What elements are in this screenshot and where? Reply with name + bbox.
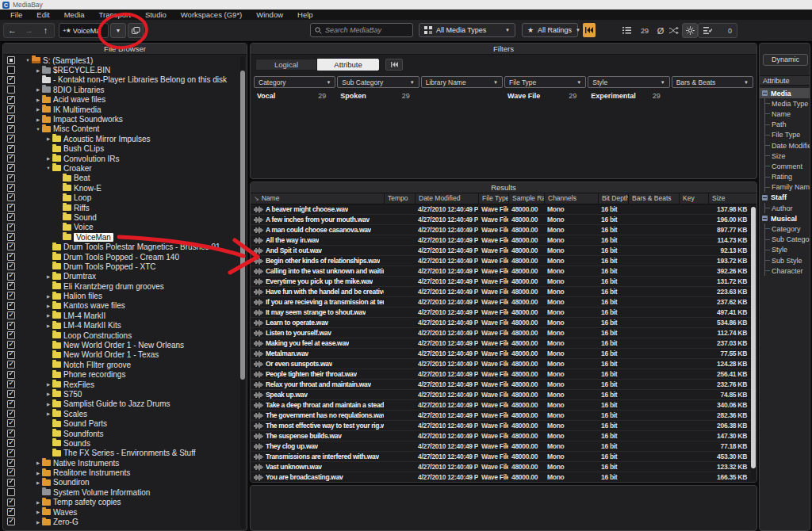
tree-collapsed-arrow[interactable]: ▶: [34, 117, 42, 122]
tree-collapsed-arrow[interactable]: ▶: [34, 107, 42, 112]
tree-checkbox[interactable]: [7, 331, 15, 339]
tree-checkbox[interactable]: [7, 105, 15, 113]
tree-item[interactable]: ▶Convolution IRs: [3, 154, 247, 163]
tree-checkbox[interactable]: [7, 439, 15, 447]
preset-dropdown-button[interactable]: ▼: [110, 23, 126, 38]
result-row[interactable]: Vast unknown.wav4/27/2010 12:40:49 PMWav…: [251, 462, 756, 472]
result-row[interactable]: Calling into the vast unknown and waitin…: [251, 266, 756, 277]
attribute-item[interactable]: Name: [760, 109, 810, 119]
settings-button[interactable]: [682, 23, 698, 38]
menu-item[interactable]: Studio: [138, 10, 174, 19]
attribute-item[interactable]: Sub Category: [760, 235, 810, 245]
tree-item[interactable]: The FX Series - Environments & Stuff: [3, 449, 247, 458]
tree-checkbox[interactable]: [7, 233, 15, 241]
result-row[interactable]: You are broadcasting.wav4/27/2010 12:40:…: [251, 472, 756, 482]
attribute-section[interactable]: Musical: [760, 213, 810, 223]
menu-item[interactable]: File: [3, 10, 29, 19]
tree-collapsed-arrow[interactable]: ▶: [34, 480, 42, 485]
filter-value[interactable]: Spoken29: [337, 91, 419, 100]
result-row[interactable]: The most effective way to test your rig.…: [251, 421, 756, 431]
browse-containers-button[interactable]: [128, 23, 144, 38]
tree-item[interactable]: ▶Zero-G: [3, 517, 247, 526]
filter-value[interactable]: Wave File29: [504, 91, 586, 100]
shuffle-icon[interactable]: [668, 23, 680, 38]
tree-checkbox[interactable]: [7, 76, 15, 84]
tree-collapsed-arrow[interactable]: ▶: [44, 323, 52, 328]
tree-item[interactable]: ▶Waves: [3, 507, 247, 517]
menu-item[interactable]: Workspaces (G9*): [174, 10, 249, 19]
result-row[interactable]: And Spit it out.wav4/27/2010 12:40:49 PM…: [251, 246, 756, 256]
tree-item[interactable]: Sound Parts: [3, 418, 247, 428]
attribute-item[interactable]: Date Modified: [760, 140, 810, 151]
tree-checkbox[interactable]: [7, 253, 15, 261]
column-header[interactable]: Channels: [544, 193, 598, 204]
tree-item[interactable]: ▶8DIO Libraries: [3, 85, 247, 94]
result-row[interactable]: The government has no requlations.wav4/2…: [251, 411, 756, 421]
column-header[interactable]: Size: [708, 193, 756, 204]
tree-item[interactable]: New World Order 1 - New Orleans: [3, 340, 247, 350]
result-row[interactable]: Listen to yourself.wav4/27/2010 12:40:49…: [251, 328, 756, 338]
tree-item[interactable]: New World Order 1 - Texas: [3, 350, 247, 360]
tree-item[interactable]: ▶Native Instruments: [3, 458, 247, 468]
tree-item[interactable]: ▶Acoustic Mirror Impulses: [3, 134, 247, 143]
tree-item[interactable]: ▼Croaker: [3, 163, 247, 173]
tree-item[interactable]: ▶Impact Soundworks: [3, 114, 247, 124]
result-row[interactable]: A few inches from your mouth.wav4/27/201…: [251, 215, 756, 225]
tree-item[interactable]: ▶Drumtrax: [3, 272, 247, 281]
column-header[interactable]: Date Modified: [415, 193, 478, 204]
tree-checkbox[interactable]: [7, 282, 15, 290]
ratings-dropdown[interactable]: ★ All Ratings ▼: [522, 23, 578, 37]
tree-checkbox[interactable]: [7, 155, 15, 162]
attribute-item[interactable]: Family Name: [760, 182, 810, 193]
tree-checkbox[interactable]: [7, 499, 15, 506]
tree-checkbox[interactable]: [7, 322, 15, 330]
tree-item[interactable]: ▶S750: [3, 389, 247, 399]
tree-collapsed-arrow[interactable]: ▶: [34, 520, 42, 525]
tree-checkbox[interactable]: [7, 115, 15, 123]
tree-item[interactable]: Phone recordings: [3, 370, 247, 380]
column-header[interactable]: Bit Depth: [598, 193, 628, 204]
filter-column-dropdown[interactable]: Style▼: [588, 76, 669, 88]
result-row[interactable]: Or even sunspots.wav4/27/2010 12:40:49 P…: [251, 359, 756, 369]
add-favorite-icon[interactable]: +★: [63, 27, 71, 34]
result-row[interactable]: The suspense builds.wav4/27/2010 12:40:4…: [251, 431, 756, 441]
tree-expanded-arrow[interactable]: ▼: [34, 127, 42, 132]
tree-item[interactable]: Riffs: [3, 203, 247, 212]
tree-checkbox[interactable]: [7, 430, 15, 437]
tree-checkbox[interactable]: [7, 86, 15, 94]
tree-collapsed-arrow[interactable]: ▶: [44, 304, 52, 308]
tree-collapsed-arrow[interactable]: ▶: [44, 382, 52, 387]
tree-collapsed-arrow[interactable]: ▶: [44, 156, 52, 161]
tree-item[interactable]: Loop Constructions: [3, 330, 247, 340]
tree-collapsed-arrow[interactable]: ▶: [44, 392, 52, 396]
tree-item[interactable]: ▶Kantos wave files: [3, 301, 247, 311]
tree-checkbox[interactable]: [7, 410, 15, 418]
result-row[interactable]: If you are recieving a transmission at t…: [251, 297, 756, 308]
tree-collapsed-arrow[interactable]: ▶: [44, 294, 52, 299]
filter-value[interactable]: Vocal29: [254, 91, 335, 100]
tree-checkbox[interactable]: [7, 400, 15, 408]
tree-item[interactable]: System Volume Information: [3, 487, 247, 497]
tree-item[interactable]: Notch FIlter groove: [3, 360, 247, 369]
tree-collapsed-arrow[interactable]: ▶: [44, 136, 52, 141]
tree-collapsed-arrow[interactable]: ▶: [34, 460, 42, 465]
column-header[interactable]: File Type: [478, 193, 508, 204]
attribute-item[interactable]: Rating: [760, 172, 810, 182]
tree-expanded-arrow[interactable]: ▼: [24, 58, 32, 63]
tree-checkbox[interactable]: [7, 351, 15, 359]
collapse-icon[interactable]: [762, 195, 768, 201]
tree-checkbox[interactable]: [7, 302, 15, 310]
search-box[interactable]: [310, 23, 413, 37]
attribute-item[interactable]: Character: [760, 266, 810, 276]
tab-logical[interactable]: Logical: [255, 59, 317, 71]
menu-item[interactable]: Window: [249, 10, 290, 19]
column-header[interactable]: ↘Name: [251, 193, 384, 204]
tree-checkbox[interactable]: [7, 262, 15, 270]
attribute-section[interactable]: Staff: [760, 193, 810, 203]
attribute-item[interactable]: Sub Style: [760, 255, 810, 266]
result-row[interactable]: Have fun with the handel and be creative…: [251, 287, 756, 297]
tree-collapsed-arrow[interactable]: ▶: [34, 510, 42, 514]
result-row[interactable]: Begin other kinds of relationships.wav4/…: [251, 256, 756, 266]
result-row[interactable]: Speak up.wav4/27/2010 12:40:49 PMWave Fi…: [251, 390, 756, 400]
result-row[interactable]: Transmissions are interfered with.wav4/2…: [251, 452, 756, 462]
